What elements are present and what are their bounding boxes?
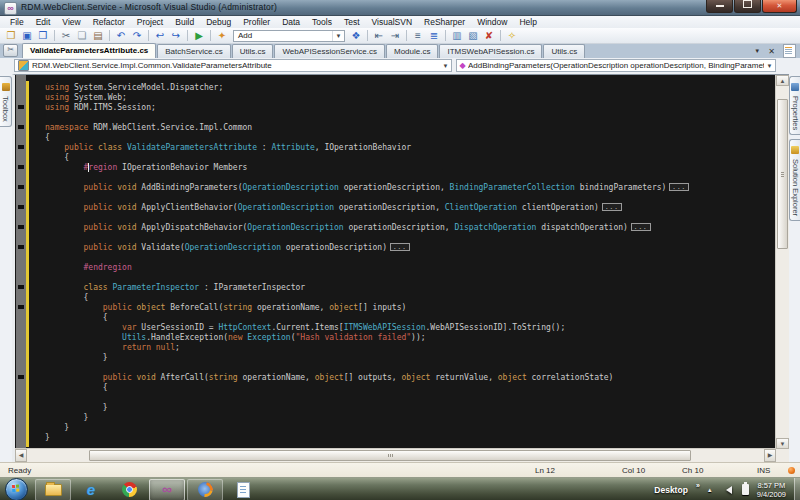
battery-icon[interactable] — [742, 484, 749, 495]
code-text-area[interactable]: using System.ServiceModel.Dispatcher;usi… — [29, 75, 775, 449]
menu-window[interactable]: Window — [471, 17, 513, 27]
taskbar-button-windows-explorer[interactable] — [35, 479, 71, 500]
code-line[interactable]: public void ApplyClientBehavior(Operatio… — [45, 203, 775, 213]
code-line[interactable]: using System.ServiceModel.Dispatcher; — [45, 83, 775, 93]
vertical-scrollbar[interactable]: ▲ ▼ — [775, 75, 789, 449]
menu-build[interactable]: Build — [169, 17, 200, 27]
tab-module-cs[interactable]: Module.cs — [386, 44, 438, 58]
member-dropdown[interactable]: ◆ AddBindingParameters(OperationDescript… — [456, 59, 776, 72]
menu-profiler[interactable]: Profiler — [237, 17, 276, 27]
sort-list-icon[interactable]: ≡ — [411, 29, 425, 42]
dock-tab-properties[interactable]: Properties — [789, 76, 800, 135]
display-lines-icon[interactable]: ≣ — [427, 29, 441, 42]
minimize-button[interactable] — [706, 0, 733, 13]
menu-file[interactable]: File — [4, 17, 30, 27]
code-line[interactable]: } — [45, 433, 775, 443]
menu-project[interactable]: Project — [131, 17, 169, 27]
outline-marker[interactable] — [18, 165, 24, 169]
undo-icon[interactable]: ↶ — [114, 29, 128, 42]
collapsed-region-box[interactable]: ... — [390, 243, 410, 251]
code-line[interactable]: public object BeforeCall(string operatio… — [45, 303, 775, 313]
start-button[interactable] — [5, 478, 28, 500]
scroll-down-icon[interactable]: ▼ — [776, 438, 789, 449]
horizontal-scrollbar[interactable]: ◀ ▶ — [15, 448, 776, 462]
code-line[interactable]: namespace RDM.WebClient.Service.Impl.Com… — [45, 123, 775, 133]
collapsed-region-box[interactable]: ... — [669, 183, 689, 191]
indicator-margin[interactable] — [16, 75, 26, 449]
show-hidden-icons-button[interactable]: ▲ — [702, 487, 718, 493]
code-line[interactable]: Utils.HandleException(new Exception("Has… — [45, 333, 775, 343]
show-desktop-button[interactable] — [794, 478, 800, 500]
tab-batchservice-cs[interactable]: BatchService.cs — [157, 44, 230, 58]
menu-edit[interactable]: Edit — [30, 17, 57, 27]
code-line[interactable]: { — [45, 153, 775, 163]
code-line[interactable] — [45, 193, 775, 203]
outline-marker[interactable] — [18, 145, 24, 149]
tab-utils-cs[interactable]: Utils.cs — [232, 44, 274, 58]
close-button[interactable]: ✕ — [762, 0, 797, 13]
key-icon[interactable]: ✧ — [505, 29, 519, 42]
taskbar-button-notepad[interactable] — [225, 479, 261, 500]
code-line[interactable] — [45, 213, 775, 223]
scroll-left-icon[interactable]: ◀ — [15, 449, 27, 462]
code-line[interactable] — [45, 363, 775, 373]
menu-test[interactable]: Test — [338, 17, 366, 27]
code-line[interactable]: public void AfterCall(string operationNa… — [45, 373, 775, 383]
code-line[interactable]: class ParameterInspector : IParameterIns… — [45, 283, 775, 293]
collapsed-region-box[interactable]: ... — [631, 223, 651, 231]
code-line[interactable]: { — [45, 293, 775, 303]
navigate-backward-icon[interactable]: ↩ — [153, 29, 167, 42]
outline-marker[interactable] — [18, 205, 24, 209]
close-document-icon[interactable]: ✕ — [764, 47, 779, 56]
code-line[interactable]: var UserSessionID = HttpContext.Current.… — [45, 323, 775, 333]
outline-marker[interactable] — [18, 185, 24, 189]
redo-icon[interactable]: ↷ — [130, 29, 144, 42]
decrease-indent-icon[interactable]: ⇤ — [372, 29, 386, 42]
copy-icon[interactable]: ❏ — [75, 29, 89, 42]
menu-help[interactable]: Help — [513, 17, 542, 27]
menu-data[interactable]: Data — [276, 17, 306, 27]
uncomment-icon[interactable]: ▧ — [466, 29, 480, 42]
paste-icon[interactable]: ▤ — [91, 29, 105, 42]
chevron-down-icon[interactable]: ▼ — [332, 31, 344, 41]
tab-validateparametersattribute-cs[interactable]: ValidateParametersAttribute.cs — [22, 43, 156, 58]
code-line[interactable]: public class ValidateParametersAttribute… — [45, 143, 775, 153]
save-icon[interactable]: ▣ — [20, 29, 34, 42]
tab-webapisessionservice-cs[interactable]: WebAPISessionService.cs — [274, 44, 385, 58]
stop-find-icon[interactable]: ✘ — [482, 29, 496, 42]
increase-indent-icon[interactable]: ⇥ — [388, 29, 402, 42]
outline-marker[interactable] — [18, 225, 24, 229]
type-dropdown[interactable]: RDM.WebClient.Service.Impl.Common.Valida… — [14, 59, 452, 72]
menu-view[interactable]: View — [56, 17, 86, 27]
scroll-right-icon[interactable]: ▶ — [764, 449, 776, 462]
code-line[interactable]: } — [45, 423, 775, 433]
save-all-icon[interactable]: ❒ — [36, 29, 50, 42]
clock[interactable]: 8:57 PM 9/4/2009 — [755, 481, 794, 499]
menu-resharper[interactable]: ReSharper — [418, 17, 471, 27]
code-line[interactable] — [45, 273, 775, 283]
tab-utils-cs[interactable]: Utils.cs — [543, 44, 585, 58]
code-line[interactable]: public void ApplyDispatchBehavior(Operat… — [45, 223, 775, 233]
dock-tab-toolbox[interactable]: Toolbox — [0, 76, 12, 127]
code-line[interactable] — [45, 173, 775, 183]
tab-list-dropdown-icon[interactable]: ▼ — [750, 48, 764, 54]
desktop-toolbar[interactable]: Desktop» — [654, 485, 702, 495]
code-line[interactable]: public void Validate(OperationDescriptio… — [45, 243, 775, 253]
collapsed-region-box[interactable]: ... — [602, 203, 622, 211]
menu-debug[interactable]: Debug — [200, 17, 237, 27]
code-line[interactable]: using RDM.ITMS.Session; — [45, 103, 775, 113]
code-line[interactable]: { — [45, 133, 775, 143]
cut-icon[interactable]: ✂ — [59, 29, 73, 42]
code-line[interactable]: return null; — [45, 343, 775, 353]
outline-marker[interactable] — [18, 375, 24, 379]
start-debug-icon[interactable]: ▶ — [192, 29, 206, 42]
comment-icon[interactable]: ▥ — [450, 29, 464, 42]
chevron-down-icon[interactable]: ▼ — [440, 63, 451, 69]
tab-itmswebapisession-cs[interactable]: ITMSWebAPISession.cs — [439, 44, 542, 58]
add-command-combobox[interactable]: Add ▼ — [233, 30, 345, 42]
menu-tools[interactable]: Tools — [306, 17, 338, 27]
navigate-forward-icon[interactable]: ↪ — [169, 29, 183, 42]
taskbar-button-firefox[interactable] — [187, 479, 223, 500]
code-line[interactable]: } — [45, 413, 775, 423]
maximize-button[interactable] — [734, 0, 761, 13]
